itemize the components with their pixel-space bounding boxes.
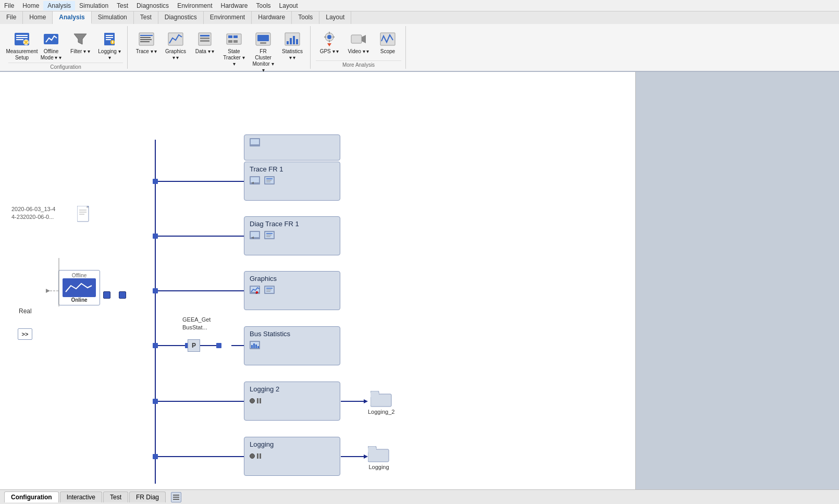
tab-configuration[interactable]: Configuration [4, 491, 59, 502]
btn-graphics[interactable]: Graphics ▾ [162, 28, 189, 63]
svg-rect-80 [253, 145, 257, 146]
mode-node: Offline Online [58, 270, 100, 305]
btn-offline-mode[interactable]: Offline Mode ▾ [38, 28, 65, 63]
p-node: P [188, 339, 200, 352]
menu-analysis[interactable]: Analysis [43, 1, 75, 10]
tab-fr-diag[interactable]: FR Diag [129, 491, 166, 502]
svg-rect-79 [251, 139, 259, 144]
btn-video[interactable]: Video ▾ [345, 28, 372, 56]
svg-point-42 [327, 35, 331, 39]
trace-label: Trace ▾ [136, 48, 157, 55]
svg-rect-69 [153, 454, 158, 459]
svg-rect-113 [257, 346, 259, 348]
logging-dot [250, 453, 255, 459]
menu-home[interactable]: Home [18, 1, 43, 10]
tab-test[interactable]: Test [103, 491, 128, 502]
offline-mode-icon [42, 30, 60, 48]
right-panel [636, 72, 839, 489]
node-bus-statistics[interactable]: Bus Statistics [244, 326, 340, 365]
btn-gps[interactable]: GPS ▾ [316, 28, 343, 56]
svg-rect-111 [253, 343, 255, 348]
node-bus-statistics-title: Bus Statistics [250, 330, 335, 338]
svg-marker-10 [74, 34, 87, 44]
svg-rect-68 [153, 399, 158, 404]
tab-environment[interactable]: Environment [204, 11, 252, 24]
folder-logging2-shape [371, 391, 392, 408]
tab-file[interactable]: File [0, 11, 23, 24]
svg-marker-63 [364, 454, 368, 459]
tab-diagnostics[interactable]: Diagnostics [158, 11, 204, 24]
more-analysis-buttons: GPS ▾ Video ▾ [316, 26, 401, 60]
tab-layout[interactable]: Layout [319, 11, 351, 24]
connector-square-1 [103, 291, 110, 299]
folder-logging2-label: Logging_2 [368, 409, 394, 415]
menu-diagnostics[interactable]: Diagnostics [132, 1, 173, 10]
filter-label: Filter ▾ [70, 48, 90, 55]
svg-marker-122 [46, 289, 50, 293]
graphics-icon [166, 30, 185, 48]
svg-rect-12 [106, 35, 113, 36]
gps-label: GPS ▾ [320, 48, 339, 55]
tab-analysis[interactable]: Analysis [53, 11, 91, 24]
btn-logging[interactable]: Logging ▾ [96, 28, 123, 63]
btn-filter[interactable]: Filter ▾ [67, 28, 94, 56]
menu-bar: File Home Analysis Simulation Test Diagn… [0, 0, 839, 11]
btn-trace[interactable]: Trace ▾ [133, 28, 160, 56]
menu-tools[interactable]: Tools [252, 1, 275, 10]
menu-test[interactable]: Test [113, 1, 132, 10]
btn-data[interactable]: Data ▾ [191, 28, 218, 56]
ribbon-group-more-analysis: GPS ▾ Video ▾ [312, 26, 406, 69]
svg-rect-123 [173, 495, 179, 496]
tab-interactive[interactable]: Interactive [60, 491, 102, 502]
svg-rect-20 [140, 37, 151, 38]
svg-rect-23 [168, 33, 183, 45]
svg-marker-61 [364, 399, 368, 403]
trace-icon [137, 30, 156, 48]
svg-rect-39 [293, 36, 295, 44]
menu-hardware[interactable]: Hardware [217, 1, 252, 10]
measurement-setup-icon [13, 30, 31, 48]
svg-rect-82 [251, 177, 259, 182]
arrow-button[interactable]: >> [18, 328, 32, 340]
tab-tools[interactable]: Tools [292, 11, 319, 24]
menu-file[interactable]: File [0, 1, 18, 10]
svg-rect-48 [351, 35, 362, 43]
svg-rect-112 [255, 345, 257, 348]
node-bus-statistics-icons [250, 341, 335, 350]
node-trace-fr1[interactable]: Trace FR 1 [244, 162, 340, 201]
svg-point-17 [112, 42, 113, 43]
measurement-setup-label: Measurement Setup [6, 48, 38, 61]
logging2-indicator [250, 398, 335, 403]
canvas[interactable]: GEEA_GetBusStat... P 2020-06-03_13-44-23… [0, 72, 636, 489]
ribbon-group-bus-analysis: Trace ▾ Graphics ▾ [129, 26, 311, 69]
tab-settings-icon[interactable] [171, 492, 181, 502]
tab-simulation[interactable]: Simulation [92, 11, 134, 24]
btn-scope[interactable]: Scope [374, 28, 401, 56]
node-diag-trace-fr1-icons [250, 231, 335, 240]
svg-rect-25 [200, 35, 209, 36]
node-trace-fr1-icons [250, 176, 335, 186]
node-graphics[interactable]: Graphics [244, 271, 340, 310]
btn-state-tracker[interactable]: State Tracker ▾ [220, 28, 248, 69]
folder-logging2: Logging_2 [368, 391, 394, 415]
tab-test[interactable]: Test [134, 11, 158, 24]
menu-environment[interactable]: Environment [173, 1, 216, 10]
node-logging2[interactable]: Logging 2 [244, 382, 340, 421]
btn-measurement-setup[interactable]: Measurement Setup [8, 28, 35, 63]
graphics-label: Graphics ▾ [164, 48, 188, 61]
node-diag-trace-fr1[interactable]: Diag Trace FR 1 [244, 216, 340, 255]
tab-home[interactable]: Home [23, 11, 53, 24]
btn-statistics[interactable]: Statistics ▾ [279, 28, 306, 63]
node-logging[interactable]: Logging [244, 437, 340, 476]
svg-rect-119 [368, 448, 376, 452]
main-area: GEEA_GetBusStat... P 2020-06-03_13-44-23… [0, 72, 839, 489]
svg-rect-1 [16, 35, 28, 36]
svg-rect-26 [200, 38, 209, 39]
menu-layout[interactable]: Layout [275, 1, 302, 10]
tab-hardware[interactable]: Hardware [252, 11, 292, 24]
svg-rect-67 [153, 343, 158, 348]
menu-simulation[interactable]: Simulation [75, 1, 113, 10]
btn-fr-cluster-monitor[interactable]: FR Cluster Monitor ▾ [250, 28, 277, 75]
filter-icon [71, 30, 90, 48]
logging-label: Logging ▾ [97, 48, 121, 61]
